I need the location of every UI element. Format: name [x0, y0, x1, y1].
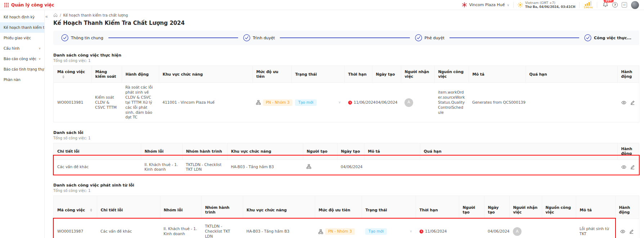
cell-work-source [542, 219, 576, 238]
edit-button[interactable] [630, 100, 635, 105]
sidebar-item-phieu-giao-viec[interactable]: Phiếu giao việc [0, 33, 44, 43]
column-header: Nhóm hành trình [182, 143, 227, 160]
priority-badge: PN - Nhóm 3 [325, 228, 355, 235]
sidebar-item-label: Cấu hình [4, 46, 19, 50]
breadcrumb-separator: / [60, 13, 61, 17]
cell-actions [617, 83, 639, 122]
cell-work-code: WO00013987 [54, 219, 97, 238]
help-button[interactable]: ? [612, 2, 618, 8]
language-button[interactable]: vi [622, 2, 627, 8]
column-header: Người nhận việc [401, 66, 434, 83]
view-button[interactable] [620, 229, 625, 234]
cell-journey-group: TKTLDN - Checklist TKT LDN [182, 160, 227, 175]
sidebar: Kế hoạch định kỳ Kế hoạch thanh kiểm tra… [0, 10, 45, 238]
sidebar-item-ke-hoach-thanh-kiem-tra[interactable]: Kế hoạch thanh kiểm tra chất... [0, 22, 44, 33]
section-count: Tổng số công việc: 1 [53, 189, 639, 193]
cell-overdue [526, 83, 617, 122]
notification-badge: 20+ [604, 0, 614, 3]
check-circle-icon [61, 34, 68, 41]
view-button[interactable] [621, 100, 626, 105]
column-header: Trạng thái [362, 196, 416, 219]
column-header: Hành động [617, 66, 639, 83]
section-title: Danh sách công việc thực hiện [53, 53, 639, 58]
chevron-down-icon: ∨ [507, 3, 509, 7]
edit-button[interactable] [629, 229, 634, 234]
check-circle-icon [584, 34, 591, 41]
sidebar-item-bao-cao-tinh-trang[interactable]: Báo cáo tình trạng thực hiện ∨ [0, 64, 44, 75]
step-trinh-duyet[interactable]: Trình duyệt [243, 34, 275, 41]
sidebar-collapse-button[interactable]: « [45, 14, 48, 19]
cell-control-area: Kiểm soát CLDV & CSVC TTTM [91, 83, 122, 122]
section-count: Tổng số công việc: 1 [53, 59, 639, 63]
sort-icon [62, 75, 64, 78]
check-circle-icon [243, 34, 250, 41]
status-badge: Tạo mới [295, 99, 317, 106]
pencil-icon [630, 165, 635, 170]
app-grid-icon[interactable] [4, 3, 9, 7]
step-cong-viec-thuc-hien[interactable]: Công việc thực... [584, 34, 631, 41]
section-implementation-tasks: Danh sách công việc thực hiện Tổng số cô… [53, 53, 639, 122]
table-tasks-from-errors: Mã công việc Chi tiết lỗi Nhóm lỗi Nhóm … [53, 196, 639, 238]
site-name: Vincom Plaza Huế [469, 3, 505, 7]
sidebar-item-label: Kế hoạch định kỳ [4, 15, 35, 19]
eye-icon [621, 165, 626, 170]
column-header-sortable[interactable]: Mã công việc [54, 66, 91, 83]
check-circle-icon [415, 34, 422, 41]
edit-button[interactable] [630, 165, 635, 170]
eye-icon [621, 100, 626, 105]
breadcrumb-current[interactable]: Kế hoạch thanh kiểm tra chất lượng [63, 13, 128, 17]
column-header: Thời hạn [416, 196, 459, 219]
cell-description [364, 160, 420, 175]
sort-icon [90, 208, 92, 212]
column-header: Mức độ ưu tiên [252, 66, 291, 83]
chevron-down-icon[interactable]: ∨ [338, 100, 341, 105]
cell-description: Generates from QCS00013976, Kiể... [469, 83, 526, 122]
latency-value: 194ms [583, 6, 593, 9]
chevron-down-icon[interactable]: ∨ [410, 229, 412, 234]
home-icon[interactable] [53, 13, 58, 17]
divider [579, 2, 580, 8]
org-chart-icon [256, 100, 261, 105]
notifications-button[interactable]: 20+ [603, 1, 608, 8]
question-mark-icon: ? [614, 3, 616, 7]
timezone-widget: Vietnam (GMT +7) Thứ Ba, 04/06/2024, 03:… [518, 1, 575, 9]
column-header: Chi tiết lỗi [54, 143, 141, 160]
column-header: Quá hạn [526, 66, 617, 83]
datetime-label: Thứ Ba, 04/06/2024, 03:41CH [525, 5, 575, 9]
sidebar-item-bao-cao-cong-viec[interactable]: Báo cáo công việc ∨ [0, 54, 44, 64]
column-header: Ngày tạo [372, 66, 401, 83]
topbar: Quản lý công việc Vincom Plaza Huế ∨ [0, 0, 644, 10]
latency-indicator: 194ms [583, 1, 593, 9]
step-phe-duyet[interactable]: Phê duyệt [415, 34, 444, 41]
view-button[interactable] [621, 165, 626, 170]
cell-created-date: 04/06/2024 [372, 83, 401, 122]
sidebar-item-label: Báo cáo công việc [4, 57, 36, 61]
column-header: Mức độ ưu tiên [315, 196, 362, 219]
step-thong-tin-chung[interactable]: Thông tin chung [61, 34, 103, 41]
sidebar-item-phan-nan[interactable]: Phàn nàn [0, 75, 44, 85]
sidebar-item-ke-hoach-dinh-ky[interactable]: Kế hoạch định kỳ [0, 12, 44, 22]
cell-functional-area: HA-B03 - Tầng hầm B3 [227, 160, 303, 175]
column-header: Khu vực chức năng [243, 196, 315, 219]
sidebar-item-cau-hinh[interactable]: Cấu hình ∨ [0, 43, 44, 54]
section-error-list: Danh sách lỗi Tổng số công việc: 1 Chi t… [53, 130, 639, 175]
eye-icon [620, 229, 625, 234]
cell-creator [303, 160, 337, 175]
column-header: Người tạo [303, 143, 337, 160]
cell-work-code: WO00013981 [54, 83, 91, 122]
step-connector [108, 37, 238, 38]
site-selector[interactable]: Vincom Plaza Huế ∨ [462, 2, 509, 8]
step-connector [450, 37, 579, 38]
column-header: Chi tiết lỗi [97, 196, 160, 219]
cell-functional-area: 411001 - Vincom Plaza Huế [159, 83, 252, 122]
cell-assignee: A [509, 219, 542, 238]
table-header-row: Chi tiết lỗi Nhóm lỗi Nhóm hành trình Kh… [54, 143, 639, 160]
cell-overdue [420, 160, 617, 175]
deadline-date: 11/06/2024 [354, 100, 376, 105]
cell-assignee: A [401, 83, 434, 122]
column-header-sortable[interactable]: Mã công việc [54, 196, 97, 219]
user-avatar[interactable] [631, 1, 639, 9]
sidebar-item-label: Báo cáo tình trạng thực hiện [4, 67, 44, 71]
column-header: Nhóm lỗi [160, 196, 201, 219]
cell-status: Tạo mới ∨ [291, 83, 344, 122]
